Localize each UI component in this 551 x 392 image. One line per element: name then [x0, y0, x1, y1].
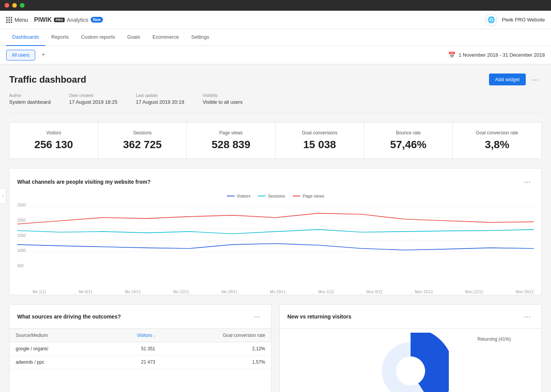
y-label-1500: 1500 [17, 234, 33, 238]
stat-bounce-rate-label: Bounce rate [373, 130, 443, 136]
titlebar [0, 0, 551, 11]
legend-pageviews: Page views [293, 194, 324, 198]
returning-label: Returning (41%) [478, 336, 511, 342]
maximize-dot[interactable] [20, 3, 24, 8]
sources-more-button[interactable]: ⋯ [251, 311, 264, 322]
stat-visitors-label: Visitors [19, 130, 89, 136]
sources-table: Source/Medium Visitors Goal conversion r… [10, 329, 271, 369]
legend-sessions-label: Sessions [268, 194, 285, 198]
col-visitors[interactable]: Visitors [100, 329, 161, 342]
source-name-1: adwords / ppc [10, 356, 100, 369]
topnav-right: 🌐 Piwik PRO Website [485, 14, 545, 26]
pie-section: New vs returning visitors ⋯ Returning (4… [279, 304, 542, 392]
channels-title: What channels are people visiting my web… [17, 179, 151, 185]
stat-sessions: Sessions 362 725 [98, 122, 187, 158]
meta-date-created-value: 17 August 2019 18:25 [69, 99, 117, 105]
minimize-dot[interactable] [12, 3, 17, 8]
table-row: adwords / ppc 21 473 1,57% [10, 356, 271, 369]
visitors-0: 51 351 [100, 342, 161, 356]
x-label-0: Mo 1/11 [33, 290, 46, 294]
x-label-10: Mon 29/12 [516, 290, 534, 294]
toolbar: All users + 📅 1 November 2018 - 31 Decem… [0, 46, 551, 64]
secondary-navigation: Dashboards Reports Custom reports Goals … [0, 29, 551, 46]
meta-author: Author System dashboard [9, 93, 51, 105]
site-name: Piwik PRO Website [502, 17, 545, 23]
header-actions: Add widget ⋯ [489, 74, 542, 85]
visitors-1: 21 473 [100, 356, 161, 369]
meta-last-update-value: 17 August 2019 20:19 [136, 99, 184, 105]
dashboard-more-button[interactable]: ⋯ [529, 74, 542, 85]
stat-visitors-value: 256 130 [19, 139, 89, 151]
y-label-500: 500 [17, 264, 33, 268]
stat-conversion-rate-value: 3,8% [462, 139, 532, 151]
meta-visibility-value: Visible to all users [202, 99, 243, 105]
meta-date-created-label: Date created [69, 93, 117, 98]
logo-new-badge: New [91, 17, 103, 23]
legend-pageviews-label: Page views [303, 194, 324, 198]
col-conversion-rate: Goal conversion rate [161, 329, 272, 342]
x-label-3: Mo 22/11 [173, 290, 189, 294]
pie-title: New vs returning visitors [287, 314, 351, 320]
stat-goal-conversions: Goal conversions 15 038 [276, 122, 364, 158]
tab-goals[interactable]: Goals [121, 29, 147, 46]
pie-more-button[interactable]: ⋯ [521, 311, 534, 322]
stat-pageviews: Page views 528 839 [187, 122, 276, 158]
tab-custom-reports[interactable]: Custom reports [75, 29, 121, 46]
sources-header: What sources are driving the outcomes? ⋯ [10, 305, 271, 329]
legend-sessions: Sessions [258, 194, 285, 198]
globe-button[interactable]: 🌐 [485, 14, 497, 26]
legend-visitors-label: Visitors [237, 194, 251, 198]
dashboard-header: Traffic dashboard Add widget ⋯ [9, 74, 542, 85]
legend-visitors-dot [227, 196, 235, 196]
stat-conversion-rate-label: Goal conversion rate [462, 130, 532, 136]
stats-grid: Visitors 256 130 Sessions 362 725 Page v… [9, 122, 542, 159]
y-axis: 2500 2000 1500 1000 500 [17, 203, 33, 268]
main-content: Traffic dashboard Add widget ⋯ Author Sy… [0, 64, 551, 392]
menu-button[interactable]: Menu [6, 17, 28, 23]
add-widget-button[interactable]: Add widget [489, 74, 526, 85]
svg-point-7 [396, 356, 425, 385]
channels-section-header: What channels are people visiting my web… [17, 176, 534, 188]
tab-settings[interactable]: Settings [185, 29, 215, 46]
y-label-2500: 2500 [17, 203, 33, 207]
logo-analytics-label: Analytics [67, 17, 88, 23]
calendar-icon[interactable]: 📅 [448, 51, 456, 59]
pie-content: Returning (41%) [280, 329, 541, 392]
stat-visitors: Visitors 256 130 [10, 122, 98, 158]
tab-ecommerce[interactable]: Ecommerce [146, 29, 185, 46]
x-label-1: Mo 8/11 [79, 290, 93, 294]
source-name-0: google / organic [10, 342, 100, 356]
meta-author-label: Author [9, 93, 51, 98]
bottom-grid: What sources are driving the outcomes? ⋯… [9, 304, 542, 392]
meta-last-update: Last update 17 August 2019 20:19 [136, 93, 184, 105]
menu-icon [6, 17, 12, 23]
x-label-6: Mon 1/12 [318, 290, 334, 294]
sidebar-toggle[interactable]: › [0, 188, 6, 204]
chart-container: 2500 2000 1500 1000 500 Mo 1/11 Mo 8/11 … [17, 203, 534, 287]
legend-visitors: Visitors [227, 194, 251, 198]
x-label-8: Mon 15/12 [415, 290, 433, 294]
pie-svg [372, 333, 449, 392]
tab-reports[interactable]: Reports [45, 29, 75, 46]
close-dot[interactable] [5, 3, 9, 8]
stat-bounce-rate: Bounce rate 57,46% [364, 122, 453, 158]
legend-pageviews-dot [293, 196, 300, 196]
channels-more-button[interactable]: ⋯ [521, 176, 534, 188]
menu-label: Menu [15, 17, 28, 23]
x-label-4: Mo 29/11 [222, 290, 238, 294]
stat-conversion-rate: Goal conversion rate 3,8% [453, 122, 541, 158]
x-label-7: Mon 8/12 [367, 290, 383, 294]
x-label-5: Mo 29/11 [270, 290, 286, 294]
meta-visibility: Visibility Visible to all users [202, 93, 243, 105]
x-label-9: Mon 22/12 [465, 290, 483, 294]
top-navigation: Menu PIWIK PRO Analytics New 🌐 Piwik PRO… [0, 11, 551, 29]
stat-goal-conversions-label: Goal conversions [285, 130, 355, 136]
tab-dashboards[interactable]: Dashboards [6, 29, 45, 46]
chart-legend: Visitors Sessions Page views [17, 194, 534, 198]
add-tab-button[interactable]: + [38, 51, 49, 59]
pie-header: New vs returning visitors ⋯ [280, 305, 541, 329]
date-range: 📅 1 November 2018 - 31 December 2018 [448, 51, 545, 59]
sources-title: What sources are driving the outcomes? [17, 314, 121, 320]
all-users-tab[interactable]: All users [6, 50, 35, 60]
x-axis: Mo 1/11 Mo 8/11 Mo 15/11 Mo 22/11 Mo 29/… [33, 290, 534, 294]
